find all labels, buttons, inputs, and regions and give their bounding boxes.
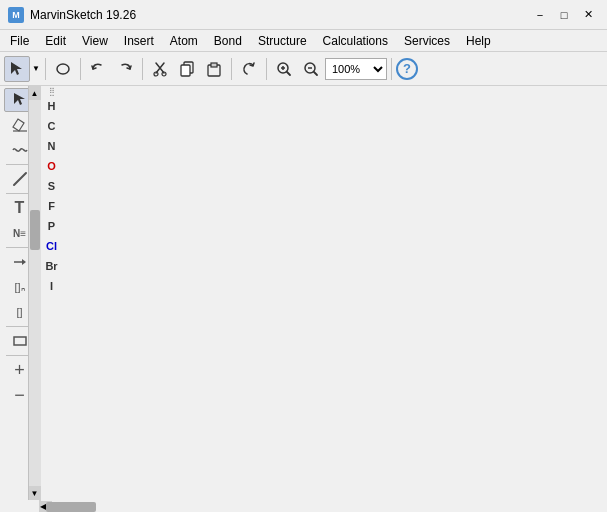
- toolbar-sep-2: [80, 58, 81, 80]
- lt-select-icon: [12, 92, 28, 108]
- svg-rect-5: [181, 65, 190, 76]
- cut-icon: [151, 60, 169, 78]
- menu-file[interactable]: File: [2, 30, 37, 52]
- select-dropdown[interactable]: ▼: [31, 56, 41, 82]
- element-F[interactable]: F: [43, 197, 61, 215]
- window-title: MarvinSketch 19.26: [30, 8, 529, 22]
- copy-button[interactable]: [174, 56, 200, 82]
- lt-erase-icon: [12, 117, 28, 133]
- svg-marker-16: [13, 119, 24, 131]
- right-panel-dots: ⣿: [49, 88, 55, 96]
- toolbar-sep-6: [391, 58, 392, 80]
- element-N[interactable]: N: [43, 137, 61, 155]
- redo-icon: [116, 60, 134, 78]
- select-tool-button[interactable]: [4, 56, 30, 82]
- menu-bar: File Edit View Insert Atom Bond Structur…: [0, 30, 607, 52]
- paste-button[interactable]: [201, 56, 227, 82]
- horizontal-scroll-thumb[interactable]: [46, 502, 96, 512]
- svg-point-1: [57, 64, 69, 74]
- close-button[interactable]: ✕: [577, 6, 599, 24]
- menu-view[interactable]: View: [74, 30, 116, 52]
- rotate-button[interactable]: [236, 56, 262, 82]
- menu-bond[interactable]: Bond: [206, 30, 250, 52]
- menu-services[interactable]: Services: [396, 30, 458, 52]
- toolbar-sep-3: [142, 58, 143, 80]
- element-Br[interactable]: Br: [43, 257, 61, 275]
- element-H[interactable]: H: [43, 97, 61, 115]
- svg-rect-7: [211, 63, 217, 67]
- svg-marker-15: [14, 93, 25, 105]
- right-panel: ⣿ H C N O S F P Cl Br I: [40, 86, 62, 512]
- lasso-button[interactable]: [50, 56, 76, 82]
- svg-line-18: [14, 173, 26, 185]
- element-C[interactable]: C: [43, 117, 61, 135]
- zoom-in-icon: [275, 60, 293, 78]
- cut-button[interactable]: [147, 56, 173, 82]
- undo-icon: [89, 60, 107, 78]
- menu-insert[interactable]: Insert: [116, 30, 162, 52]
- lt-arrow-icon: [12, 254, 28, 270]
- menu-structure[interactable]: Structure: [250, 30, 315, 52]
- zoom-in-button[interactable]: [271, 56, 297, 82]
- lt-bond-icon: [12, 171, 28, 187]
- minimize-button[interactable]: −: [529, 6, 551, 24]
- app-icon: M: [8, 7, 24, 23]
- zoom-out-button[interactable]: [298, 56, 324, 82]
- undo-button[interactable]: [85, 56, 111, 82]
- toolbar-sep-5: [266, 58, 267, 80]
- menu-edit[interactable]: Edit: [37, 30, 74, 52]
- svg-line-14: [314, 72, 317, 75]
- help-icon: ?: [403, 61, 411, 76]
- title-bar: M MarvinSketch 19.26 − □ ✕: [0, 0, 607, 30]
- menu-atom[interactable]: Atom: [162, 30, 206, 52]
- element-P[interactable]: P: [43, 217, 61, 235]
- element-Cl[interactable]: Cl: [43, 237, 61, 255]
- svg-point-2: [154, 72, 158, 76]
- svg-line-11: [287, 72, 290, 75]
- svg-point-3: [162, 72, 166, 76]
- maximize-button[interactable]: □: [553, 6, 575, 24]
- zoom-out-icon: [302, 60, 320, 78]
- help-button[interactable]: ?: [396, 58, 418, 80]
- toolbar-sep-1: [45, 58, 46, 80]
- toolbar-sep-4: [231, 58, 232, 80]
- main-area: ▶ ▶ ▶: [0, 86, 607, 512]
- vertical-scrollbar[interactable]: ▲ ▼: [28, 86, 40, 500]
- element-O[interactable]: O: [43, 157, 61, 175]
- menu-help[interactable]: Help: [458, 30, 499, 52]
- inner-main: ▶ ▶ ▶: [0, 86, 62, 512]
- zoom-selector[interactable]: 50% 75% 100% 150% 200%: [325, 58, 387, 80]
- element-S[interactable]: S: [43, 177, 61, 195]
- svg-marker-20: [22, 259, 26, 265]
- rotate-icon: [240, 60, 258, 78]
- copy-icon: [178, 60, 196, 78]
- element-I[interactable]: I: [43, 277, 61, 295]
- lt-wave-icon: [12, 142, 28, 158]
- svg-marker-0: [11, 62, 22, 75]
- toolbar: ▼: [0, 52, 607, 86]
- select-icon: [8, 60, 26, 78]
- scroll-down-button[interactable]: ▼: [29, 486, 41, 500]
- vertical-scroll-track[interactable]: [29, 100, 41, 486]
- menu-calculations[interactable]: Calculations: [315, 30, 396, 52]
- lasso-icon: [54, 60, 72, 78]
- redo-button[interactable]: [112, 56, 138, 82]
- vertical-scroll-thumb[interactable]: [30, 210, 40, 250]
- scroll-up-button[interactable]: ▲: [29, 86, 41, 100]
- lt-rect-icon: [12, 333, 28, 349]
- window-controls: − □ ✕: [529, 6, 599, 24]
- paste-icon: [205, 60, 223, 78]
- svg-rect-21: [14, 337, 26, 345]
- zoom-dropdown[interactable]: 50% 75% 100% 150% 200%: [326, 59, 386, 79]
